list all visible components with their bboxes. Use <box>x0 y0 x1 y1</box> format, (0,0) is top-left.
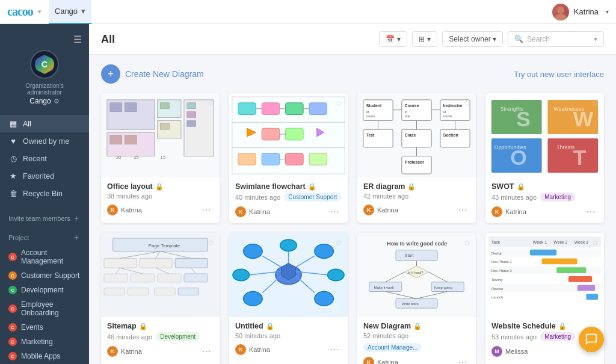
card-meta-er: 42 minutes ago <box>363 193 470 200</box>
star-icon-er[interactable]: ☆ <box>463 98 471 108</box>
project-label-events: Events <box>21 323 43 332</box>
diagram-card-new-diagram[interactable]: How to write good code Start Is it hard?… <box>357 233 476 364</box>
card-info-er: ER diagram 🔒 42 minutes ago K Katrina ⋯ <box>357 177 476 221</box>
svg-rect-57 <box>402 156 431 174</box>
svg-point-99 <box>315 244 334 259</box>
svg-rect-10 <box>125 135 137 144</box>
search-box[interactable]: 🔍 Search ▾ <box>508 31 604 47</box>
project-label-mobile: Mobile Apps <box>21 352 60 360</box>
sidebar-project-development[interactable]: C Development <box>0 283 89 297</box>
star-icon-newdiag[interactable]: ☆ <box>463 238 471 247</box>
owner-select-btn[interactable]: Select owner ▾ <box>442 31 503 47</box>
card-author-newdiag: K Katrina <box>363 357 398 365</box>
card-info-office: Office layout 🔒 38 minutes ago K Katrina… <box>101 177 220 221</box>
sidebar-project-mobile-apps[interactable]: C Mobile Apps <box>0 349 89 363</box>
svg-text:id: id <box>443 110 446 114</box>
sidebar-project-customer-support[interactable]: C Customer Support <box>0 268 89 283</box>
content-body: + Create New Diagram Try out new user in… <box>89 55 616 364</box>
svg-text:Review: Review <box>491 287 504 291</box>
create-diagram-btn[interactable]: + Create New Diagram <box>101 64 204 84</box>
card-footer-sitemap: K Katrina ⋯ <box>107 344 214 358</box>
svg-point-1 <box>555 14 567 20</box>
svg-text:W: W <box>573 107 594 131</box>
chat-fab-button[interactable] <box>579 327 604 352</box>
more-menu-newdiag[interactable]: ⋯ <box>455 355 470 364</box>
diagram-grid: 30 25 15 ☆ Office layout 🔒 38 minutes ag… <box>101 93 604 364</box>
svg-rect-55 <box>440 129 470 147</box>
svg-point-100 <box>244 292 263 306</box>
sidebar-item-owned[interactable]: ♥ Owned by me <box>0 132 89 150</box>
svg-text:Make it work: Make it work <box>374 286 394 289</box>
svg-point-98 <box>244 244 263 259</box>
star-icon-office[interactable]: ☆ <box>207 98 215 108</box>
org-name[interactable]: Cango ⚙ <box>29 97 59 105</box>
svg-text:Instructor: Instructor <box>443 103 463 108</box>
card-author-schedule: M Melissa <box>491 346 528 357</box>
grid-view-btn[interactable]: ⊞ ▾ <box>412 31 437 47</box>
more-menu-untitled[interactable]: ⋯ <box>327 342 342 356</box>
sidebar-item-all[interactable]: ▦ All <box>0 115 89 132</box>
sidebar-project-section: Project ＋ <box>0 226 89 245</box>
sidebar-nav: ▦ All ♥ Owned by me ◷ Recent ★ Favorited… <box>0 110 89 207</box>
svg-line-92 <box>161 251 191 259</box>
diagram-card-office-layout[interactable]: 30 25 15 ☆ Office layout 🔒 38 minutes ag… <box>101 93 220 223</box>
svg-rect-51 <box>363 129 393 147</box>
project-tab[interactable]: Cango ▾ <box>49 0 91 24</box>
svg-line-94 <box>120 268 143 274</box>
diagram-card-untitled[interactable]: ☆ Untitled 🔒 50 minutes ago K <box>229 233 348 364</box>
star-icon-schedule[interactable]: ☆ <box>591 238 599 247</box>
svg-rect-89 <box>178 288 199 295</box>
gear-icon[interactable]: ⚙ <box>54 97 60 105</box>
try-new-ui-link[interactable]: Try out new user interface <box>514 70 604 79</box>
card-meta-sitemap: 46 minutes ago Development <box>107 332 214 341</box>
lock-icon-schedule: 🔒 <box>558 322 567 330</box>
diagram-card-swot[interactable]: Strengths S Weaknesses W Opportunities O… <box>485 93 604 223</box>
sidebar-item-favorited[interactable]: ★ Favorited <box>0 167 89 185</box>
svg-point-101 <box>315 292 334 306</box>
diagram-card-sitemap[interactable]: Page Template <box>101 233 220 364</box>
more-menu-er[interactable]: ⋯ <box>455 203 470 217</box>
sidebar-item-recycle[interactable]: 🗑 Recycle Bin <box>0 185 89 202</box>
lock-icon-sitemap: 🔒 <box>139 322 147 330</box>
username-dropdown-arrow[interactable]: ▾ <box>606 8 609 15</box>
svg-text:Page Template: Page Template <box>149 243 180 248</box>
header-controls: 📅 ▾ ⊞ ▾ Select owner ▾ 🔍 Search ▾ <box>379 31 604 47</box>
calendar-view-btn[interactable]: 📅 ▾ <box>379 31 407 47</box>
svg-line-90 <box>120 251 161 259</box>
project-label-account: Account Management <box>21 248 81 265</box>
star-icon-untitled[interactable]: ☆ <box>335 238 343 247</box>
svg-text:name: name <box>443 114 452 118</box>
diagram-card-er[interactable]: Student id name Course id title Instruct… <box>357 93 476 223</box>
svg-rect-85 <box>184 274 208 282</box>
hamburger-menu[interactable]: ☰ <box>73 34 82 45</box>
project-dot: C <box>8 271 17 280</box>
svg-text:How to write good code: How to write good code <box>387 241 447 247</box>
sidebar-item-recent[interactable]: ◷ Recent <box>0 150 89 167</box>
more-menu-office[interactable]: ⋯ <box>199 203 214 217</box>
sidebar-project-account-management[interactable]: C Account Management <box>0 245 89 268</box>
star-icon-swot[interactable]: ☆ <box>591 98 599 108</box>
sidebar-project-events[interactable]: C Events <box>0 320 89 335</box>
content-header: All 📅 ▾ ⊞ ▾ Select owner ▾ 🔍 Search ▾ <box>89 24 616 55</box>
sidebar: ☰ C Organization's administrator Cango ⚙… <box>0 24 89 364</box>
sidebar-item-recycle-label: Recycle Bin <box>23 190 63 198</box>
card-title-swimlane: Swimlane flowchart 🔒 <box>235 182 342 191</box>
sidebar-project-employee-onboarding[interactable]: C Employee Onboarding <box>0 297 89 320</box>
page-title: All <box>101 33 115 46</box>
more-menu-swot[interactable]: ⋯ <box>584 205 598 218</box>
sidebar-project-marketing[interactable]: C Marketing <box>0 335 89 349</box>
author-avatar: K <box>235 206 246 217</box>
search-icon: 🔍 <box>514 35 523 43</box>
more-menu-swimlane[interactable]: ⋯ <box>327 205 342 218</box>
svg-rect-84 <box>158 274 181 282</box>
star-icon-sitemap[interactable]: ☆ <box>207 238 215 247</box>
more-menu-sitemap[interactable]: ⋯ <box>199 344 214 358</box>
grid-icon: ⊞ <box>419 35 425 43</box>
topbar-dropdown-arrow[interactable]: ▾ <box>38 8 42 16</box>
star-icon-swimlane[interactable]: ☆ <box>335 98 343 108</box>
svg-rect-12 <box>161 123 170 129</box>
invite-add-icon[interactable]: ＋ <box>72 213 81 224</box>
project-add-icon[interactable]: ＋ <box>72 232 81 243</box>
diagram-card-swimlane[interactable]: ☆ Swimlane flowchart 🔒 40 minutes ago Cu… <box>229 93 348 223</box>
project-name: Cango <box>55 7 78 16</box>
